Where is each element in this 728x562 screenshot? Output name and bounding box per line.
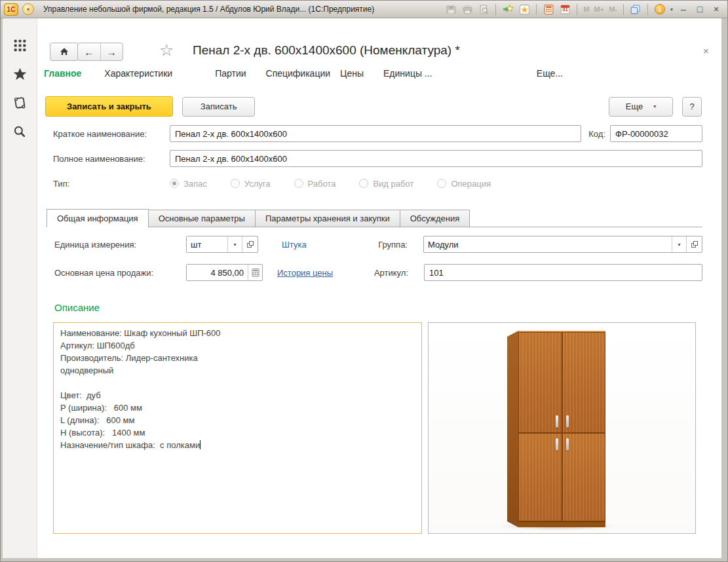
favorite-star-icon[interactable]: ☆ bbox=[159, 41, 174, 59]
save-button[interactable]: Записать bbox=[182, 97, 256, 117]
radio-label: Услуга bbox=[244, 179, 271, 189]
chevron-down-icon: ▾ bbox=[653, 103, 656, 109]
short-name-row: Краткое наименование: Код: bbox=[53, 124, 702, 143]
group-combo: ▾ bbox=[423, 236, 702, 253]
save-and-close-button[interactable]: Записать и закрыть bbox=[45, 96, 173, 117]
separator bbox=[623, 4, 624, 15]
calculator-icon[interactable] bbox=[543, 3, 554, 15]
history-nav: ← → bbox=[77, 43, 123, 61]
menu-item-ceny[interactable]: Цены bbox=[340, 68, 364, 79]
menu-item-glavnoe[interactable]: Главное bbox=[44, 68, 81, 79]
full-name-label: Полное наименование: bbox=[53, 154, 170, 164]
info-icon[interactable]: i bbox=[654, 3, 666, 15]
add-favorite-icon[interactable] bbox=[502, 3, 514, 15]
section-menu: Главное Характеристики Партии Спецификац… bbox=[44, 68, 702, 79]
unit-label: Единица измерения: bbox=[54, 240, 186, 250]
back-button[interactable]: ← bbox=[78, 43, 101, 60]
favorites-star-icon[interactable] bbox=[8, 64, 31, 84]
separator bbox=[495, 4, 496, 15]
radio-selected-icon bbox=[170, 179, 179, 188]
cabinet-door bbox=[563, 434, 605, 521]
close-window-button[interactable]: × bbox=[710, 5, 722, 14]
group-input[interactable] bbox=[424, 236, 672, 252]
price-history-link[interactable]: История цены bbox=[277, 268, 333, 278]
save-icon bbox=[445, 3, 457, 15]
radio-label: Вид работ bbox=[373, 179, 413, 189]
unit-combo: ▾ bbox=[186, 236, 258, 253]
description-header: Описание bbox=[54, 302, 100, 313]
unit-dropdown-button[interactable]: ▾ bbox=[227, 236, 242, 252]
tab-obsuzhdeniya[interactable]: Обсуждения bbox=[400, 210, 470, 227]
memory-m-minus-button: M- bbox=[609, 5, 617, 13]
separator bbox=[647, 4, 648, 15]
code-input[interactable] bbox=[610, 125, 702, 142]
description-textarea[interactable]: Наименование: Шкаф кухонный ШП-600 Артик… bbox=[53, 322, 422, 534]
radio-icon bbox=[359, 179, 368, 188]
window-title: Управление небольшой фирмой, редакция 1.… bbox=[43, 5, 374, 14]
help-button[interactable]: ? bbox=[682, 97, 702, 117]
price-calculator-button[interactable] bbox=[248, 265, 262, 280]
unit-hint-link[interactable]: Штука bbox=[282, 240, 307, 250]
sidebar bbox=[3, 18, 37, 558]
titlebar: 1С ▾ Управление небольшой фирмой, редакц… bbox=[1, 1, 727, 18]
menu-item-edinicy[interactable]: Единицы ... bbox=[383, 68, 432, 79]
more-button-label: Еще bbox=[626, 102, 643, 111]
apps-grid-icon[interactable] bbox=[8, 35, 31, 55]
group-label: Группа: bbox=[378, 240, 423, 250]
radio-icon bbox=[294, 179, 303, 188]
print-icon bbox=[461, 3, 473, 15]
search-icon[interactable] bbox=[8, 122, 31, 141]
type-label: Тип: bbox=[53, 179, 170, 189]
radio-label: Операция bbox=[451, 179, 491, 189]
maximize-button[interactable]: □ bbox=[694, 5, 706, 14]
cabinet-front bbox=[518, 331, 605, 527]
memory-m-plus-button: M+ bbox=[594, 5, 605, 13]
chevron-down-icon[interactable]: ▾ bbox=[670, 7, 673, 12]
menu-item-partii[interactable]: Партии bbox=[215, 68, 246, 79]
menu-item-more[interactable]: Еще... bbox=[537, 68, 563, 79]
tab-parametry-hraneniya[interactable]: Параметры хранения и закупки bbox=[256, 210, 400, 227]
minimize-button[interactable]: – bbox=[678, 5, 689, 14]
group-open-button[interactable] bbox=[686, 236, 702, 252]
group-dropdown-button[interactable]: ▾ bbox=[672, 236, 686, 252]
history-icon[interactable] bbox=[8, 93, 31, 113]
unit-open-button[interactable] bbox=[242, 236, 258, 252]
print-preview-icon bbox=[478, 3, 489, 15]
radio-icon bbox=[437, 179, 446, 188]
full-name-input[interactable] bbox=[170, 150, 702, 167]
sku-input[interactable] bbox=[424, 264, 702, 281]
cabinet-side bbox=[507, 331, 518, 527]
main-menu-button[interactable]: ▾ bbox=[22, 3, 34, 15]
chevron-down-icon: ▾ bbox=[27, 7, 29, 12]
more-button[interactable]: Еще ▾ bbox=[609, 97, 673, 117]
app-body: ← → ☆ Пенал 2-х дв. 600x1400x600 (Номенк… bbox=[1, 18, 727, 561]
calendar-icon[interactable]: 31 bbox=[559, 3, 571, 15]
product-image-panel bbox=[428, 322, 696, 534]
menu-item-harakteristiki[interactable]: Характеристики bbox=[104, 68, 172, 79]
separator bbox=[536, 4, 537, 15]
short-name-input[interactable] bbox=[170, 125, 581, 142]
unit-input[interactable] bbox=[187, 236, 227, 252]
unit-row: Единица измерения: ▾ Штука Группа: ▾ bbox=[54, 235, 702, 253]
1c-logo-icon[interactable]: 1С bbox=[4, 3, 18, 16]
memory-m-button: M bbox=[583, 5, 589, 13]
full-name-row: Полное наименование: bbox=[53, 149, 702, 168]
copy-window-icon[interactable] bbox=[630, 3, 642, 15]
radio-label: Запас bbox=[183, 179, 207, 189]
radio-rabota: Работа bbox=[294, 179, 336, 189]
home-button[interactable] bbox=[50, 43, 79, 61]
menu-item-specifikacii[interactable]: Спецификации bbox=[266, 68, 331, 79]
description-text: Наименование: Шкаф кухонный ШП-600 Артик… bbox=[60, 328, 221, 450]
cabinet-base bbox=[518, 521, 605, 527]
forward-button[interactable]: → bbox=[101, 43, 123, 60]
price-label: Основная цена продажи: bbox=[54, 268, 186, 278]
tab-obshaya-informaciya[interactable]: Общая информация bbox=[47, 209, 149, 227]
titlebar-toolbar: 31 M M+ M- i ▾ – □ × bbox=[445, 3, 722, 15]
price-input[interactable] bbox=[187, 265, 248, 280]
cabinet-door bbox=[519, 434, 562, 521]
tab-osnovnye-parametry[interactable]: Основные параметры bbox=[149, 210, 256, 227]
radio-vid-rabot: Вид работ bbox=[359, 179, 413, 189]
command-bar: Записать и закрыть Записать Еще ▾ ? bbox=[45, 96, 702, 117]
favorites-icon[interactable] bbox=[518, 3, 530, 15]
close-form-icon[interactable]: × bbox=[703, 45, 709, 56]
